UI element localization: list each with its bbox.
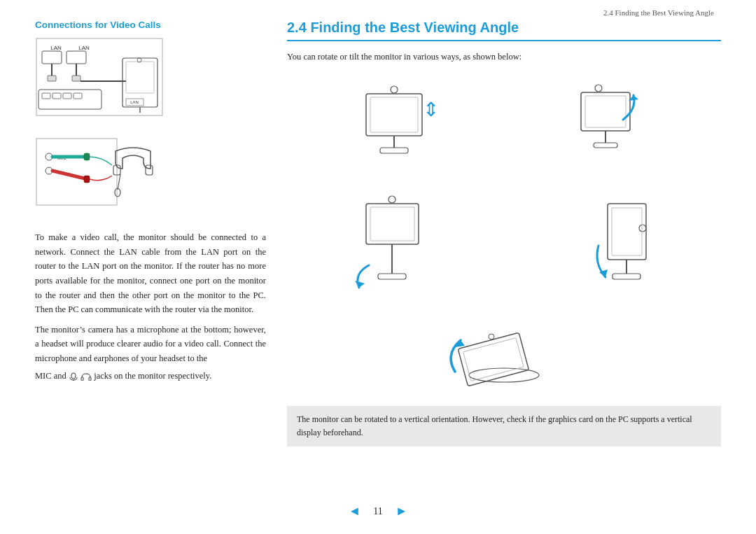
svg-rect-13 [72, 76, 80, 81]
svg-point-49 [388, 196, 396, 203]
left-body-text-1: To make a video call, the monitor should… [35, 230, 266, 317]
left-column: Connections for Video Calls LAN LAN [35, 20, 273, 447]
svg-line-31 [118, 174, 120, 190]
svg-rect-57 [612, 208, 642, 255]
tilt-diagram-svg: ⇕ [340, 74, 448, 183]
svg-rect-41 [380, 148, 408, 153]
svg-point-37 [391, 86, 398, 93]
prev-page-button[interactable]: ◄ [348, 504, 360, 519]
swivel-diagram-svg [560, 74, 668, 183]
left-body-text-3: MIC and jacks on the monitor respectivel… [35, 369, 266, 384]
diagram-flat [287, 312, 721, 396]
page-number: 11 [373, 506, 382, 517]
note-box: The monitor can be rotated to a vertical… [287, 406, 721, 447]
right-section-heading: 2.4 Finding the Best Viewing Angle [287, 20, 721, 41]
diagram-height [287, 190, 500, 305]
lan-diagram-svg: LAN LAN [35, 37, 182, 125]
viewing-diagrams-grid: ⇕ [287, 74, 721, 396]
svg-rect-12 [48, 76, 56, 81]
lan-diagram-area: LAN LAN [35, 37, 266, 127]
svg-text:LAN: LAN [130, 100, 139, 104]
diagram-portrait [507, 190, 721, 305]
svg-rect-59 [612, 274, 640, 279]
height-diagram-svg [340, 190, 448, 305]
svg-marker-54 [355, 281, 365, 288]
right-intro-text: You can rotate or tilt the monitor in va… [287, 50, 721, 64]
diagram-swivel [507, 74, 721, 183]
left-body-text-2: The monitor’s camera has a microphone at… [35, 323, 266, 366]
svg-rect-44 [581, 92, 630, 131]
svg-rect-51 [370, 207, 414, 241]
svg-text:LAN: LAN [78, 45, 90, 51]
portrait-diagram-svg [560, 190, 668, 305]
svg-point-55 [639, 225, 646, 232]
svg-rect-38 [366, 94, 422, 136]
page-footer: ◄ 11 ► [0, 504, 756, 519]
svg-point-64 [489, 334, 494, 339]
mic-diagram-area: MIC [35, 137, 266, 220]
svg-text:LAN: LAN [50, 45, 62, 51]
svg-rect-45 [585, 96, 626, 127]
mic-inline-icon [69, 372, 78, 381]
svg-rect-63 [463, 337, 524, 381]
svg-rect-30 [146, 165, 153, 175]
svg-rect-56 [608, 204, 646, 260]
svg-point-61 [469, 368, 539, 382]
svg-rect-36 [89, 377, 91, 381]
svg-rect-50 [366, 204, 419, 244]
svg-rect-33 [71, 373, 76, 379]
right-column: 2.4 Finding the Best Viewing Angle You c… [273, 20, 721, 447]
next-page-button[interactable]: ► [396, 504, 408, 519]
page-breadcrumb: 2.4 Finding the Best Viewing Angle [0, 0, 756, 20]
left-section-title: Connections for Video Calls [35, 20, 266, 30]
svg-rect-53 [378, 274, 406, 279]
svg-rect-47 [594, 143, 617, 148]
svg-rect-21 [36, 139, 117, 205]
diagram-tilt: ⇕ [287, 74, 500, 183]
headphone-inline-icon [80, 372, 92, 381]
flat-diagram-svg [448, 312, 560, 396]
svg-rect-62 [458, 332, 528, 386]
svg-point-43 [595, 85, 602, 92]
mic-diagram-svg: MIC [35, 137, 182, 218]
svg-rect-26 [84, 153, 90, 160]
svg-rect-35 [81, 377, 83, 381]
svg-text:⇕: ⇕ [423, 99, 439, 120]
svg-rect-28 [84, 176, 90, 183]
svg-rect-39 [370, 97, 418, 132]
